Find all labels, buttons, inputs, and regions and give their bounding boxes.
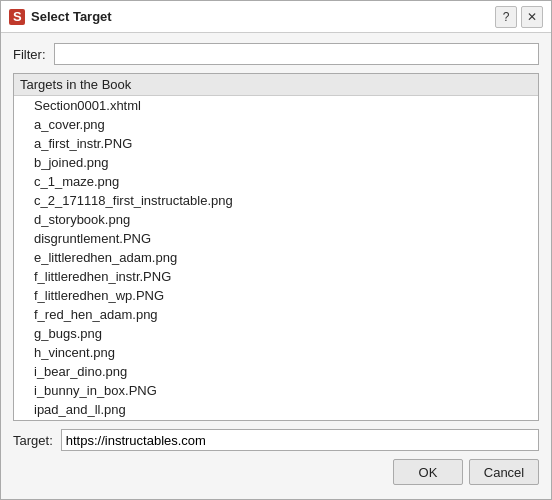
dialog-content: Filter: Targets in the Book Section0001.… (1, 33, 551, 499)
filter-row: Filter: (13, 43, 539, 65)
filter-label: Filter: (13, 47, 46, 62)
list-item[interactable]: f_littleredhen_wp.PNG (14, 286, 538, 305)
list-item[interactable]: i_bunny_in_box.PNG (14, 381, 538, 400)
list-item[interactable]: a_cover.png (14, 115, 538, 134)
button-row: OK Cancel (13, 459, 539, 489)
help-button[interactable]: ? (495, 6, 517, 28)
app-icon: S (9, 9, 25, 25)
title-bar: S Select Target ? ✕ (1, 1, 551, 33)
list-item[interactable]: g_bugs.png (14, 324, 538, 343)
list-item[interactable]: Section0001.xhtml (14, 96, 538, 115)
list-header: Targets in the Book (14, 74, 538, 96)
target-row: Target: (13, 429, 539, 451)
targets-list-container: Targets in the Book Section0001.xhtmla_c… (13, 73, 539, 421)
list-item[interactable]: f_littleredhen_instr.PNG (14, 267, 538, 286)
list-item[interactable]: h_vincent.png (14, 343, 538, 362)
dialog-title: Select Target (31, 9, 495, 24)
list-item[interactable]: c_2_171118_first_instructable.png (14, 191, 538, 210)
list-item[interactable]: f_red_hen_adam.png (14, 305, 538, 324)
select-target-dialog: S Select Target ? ✕ Filter: Targets in t… (0, 0, 552, 500)
target-label: Target: (13, 433, 53, 448)
list-item[interactable]: j_bunny_in_box.png (14, 419, 538, 420)
list-item[interactable]: a_first_instr.PNG (14, 134, 538, 153)
list-item[interactable]: disgruntlement.PNG (14, 229, 538, 248)
list-item[interactable]: e_littleredhen_adam.png (14, 248, 538, 267)
list-item[interactable]: i_bear_dino.png (14, 362, 538, 381)
svg-text:S: S (13, 9, 22, 24)
target-input[interactable] (61, 429, 539, 451)
list-item[interactable]: ipad_and_ll.png (14, 400, 538, 419)
filter-input[interactable] (54, 43, 540, 65)
title-bar-controls: ? ✕ (495, 6, 543, 28)
targets-list-scroll[interactable]: Section0001.xhtmla_cover.pnga_first_inst… (14, 96, 538, 420)
list-item[interactable]: d_storybook.png (14, 210, 538, 229)
ok-button[interactable]: OK (393, 459, 463, 485)
list-item[interactable]: b_joined.png (14, 153, 538, 172)
close-button[interactable]: ✕ (521, 6, 543, 28)
list-item[interactable]: c_1_maze.png (14, 172, 538, 191)
cancel-button[interactable]: Cancel (469, 459, 539, 485)
